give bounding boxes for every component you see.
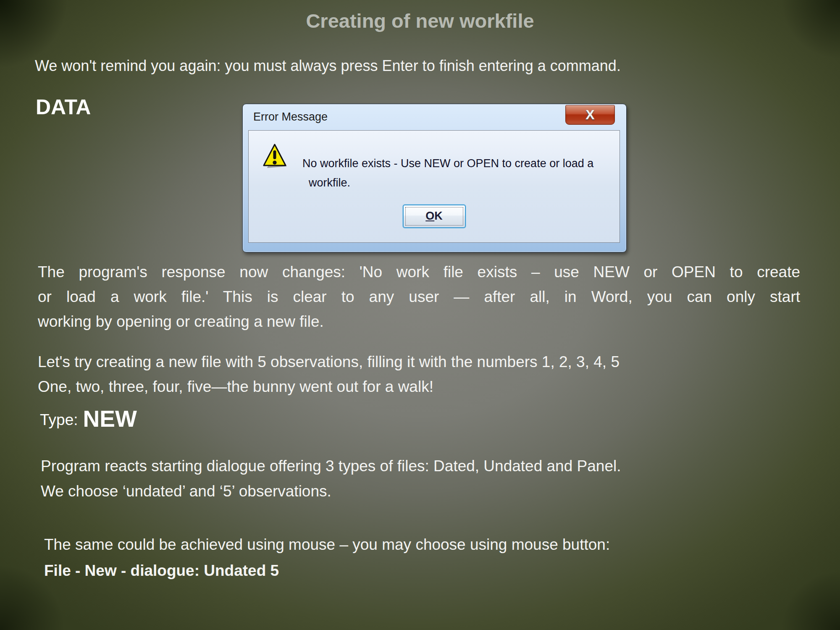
error-dialog: Error Message X No workfile exists - Use… bbox=[242, 104, 627, 252]
dialog-message-line: workfile. bbox=[302, 173, 609, 192]
reminder-text: We won't remind you again: you must alwa… bbox=[35, 57, 816, 75]
warning-triangle-icon bbox=[262, 142, 288, 171]
slide-title: Creating of new workfile bbox=[0, 9, 840, 32]
paragraph-line: Program reacts starting dialogue offerin… bbox=[41, 454, 822, 479]
paragraph-line: working by opening or creating a new fil… bbox=[38, 309, 800, 334]
paragraph-mouse-alternative: The same could be achieved using mouse –… bbox=[44, 532, 825, 584]
menu-path-line: File - New - dialogue: Undated 5 bbox=[44, 558, 825, 584]
paragraph-line: One, two, three, four, five—the bunny we… bbox=[38, 374, 819, 399]
ok-button-label: OK bbox=[425, 210, 443, 222]
paragraph-line: We choose ‘undated’ and ‘5’ observations… bbox=[41, 479, 822, 504]
type-new-row: Type:NEW bbox=[40, 405, 137, 432]
ok-button[interactable]: OK bbox=[403, 205, 466, 228]
dialog-content: No workfile exists - Use NEW or OPEN to … bbox=[248, 130, 620, 243]
paragraph-line: or load a work file.' This is clear to a… bbox=[38, 284, 800, 309]
dialog-message: No workfile exists - Use NEW or OPEN to … bbox=[302, 154, 609, 192]
paragraph-dialogue-types: Program reacts starting dialogue offerin… bbox=[41, 454, 822, 504]
data-heading: DATA bbox=[36, 95, 91, 119]
new-command: NEW bbox=[78, 406, 137, 432]
paragraph-line: Let's try creating a new file with 5 obs… bbox=[38, 349, 819, 374]
close-button[interactable]: X bbox=[565, 105, 615, 125]
dialog-title: Error Message bbox=[253, 110, 328, 123]
close-icon: X bbox=[585, 107, 594, 122]
paragraph-program-response: The program's response now changes: 'No … bbox=[38, 260, 800, 334]
dialog-titlebar: Error Message X bbox=[243, 104, 626, 130]
paragraph-new-file: Let's try creating a new file with 5 obs… bbox=[38, 349, 819, 399]
paragraph-line: The program's response now changes: 'No … bbox=[38, 260, 800, 284]
dialog-message-line: No workfile exists - Use NEW or OPEN to … bbox=[302, 154, 609, 173]
type-label: Type: bbox=[40, 411, 78, 428]
paragraph-line: The same could be achieved using mouse –… bbox=[44, 532, 825, 558]
